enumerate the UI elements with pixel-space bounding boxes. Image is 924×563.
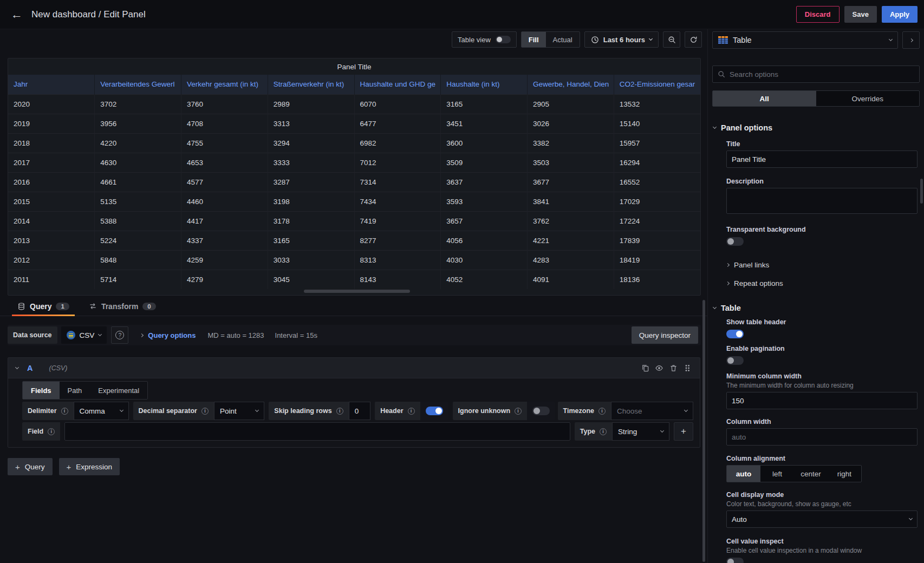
- tab-experimental[interactable]: Experimental: [90, 382, 147, 399]
- search-options-box[interactable]: [712, 66, 920, 83]
- column-header[interactable]: Haushalte (in kt): [441, 75, 528, 94]
- panel-links-row[interactable]: Panel links: [726, 258, 918, 272]
- chevron-down-icon: [713, 305, 717, 309]
- alignment-center[interactable]: center: [794, 466, 828, 482]
- column-header[interactable]: Verkehr gesamt (in kt): [181, 75, 268, 94]
- table-cell: 3313: [268, 114, 354, 133]
- description-input[interactable]: [726, 188, 918, 214]
- editor-tabs: Query 1 Transform 0: [0, 297, 707, 316]
- skip-leading-rows-input[interactable]: 0: [349, 402, 371, 420]
- table-cell: 3287: [268, 172, 354, 192]
- alignment-right[interactable]: right: [828, 466, 861, 482]
- chevron-down-icon: [649, 37, 653, 41]
- type-select[interactable]: String: [612, 422, 669, 441]
- options-sidebar: Table All Overrides Panel options Title: [707, 29, 924, 563]
- chevron-right-icon: [909, 38, 913, 42]
- duplicate-query-button[interactable]: [638, 361, 652, 375]
- panel-toolbar: Table view Fill Actual Last 6 hours: [0, 31, 702, 48]
- table-view-toggle-group[interactable]: Table view: [452, 31, 517, 48]
- column-header[interactable]: Gewerbe, Handel, Dien: [528, 75, 614, 94]
- alignment-auto[interactable]: auto: [727, 466, 760, 482]
- timezone-select[interactable]: Choose: [611, 402, 693, 420]
- tab-fields[interactable]: Fields: [23, 382, 60, 399]
- tab-transform[interactable]: Transform 0: [83, 297, 161, 316]
- cell-display-mode-select[interactable]: Auto: [726, 510, 918, 528]
- viz-picker[interactable]: Table: [712, 31, 898, 49]
- interval-info: Interval = 15s: [275, 331, 317, 339]
- main-scrollbar[interactable]: [702, 300, 705, 562]
- transparent-background-label: Transparent background: [726, 226, 918, 233]
- min-column-width-input[interactable]: 150: [726, 392, 918, 409]
- add-field-button[interactable]: +: [674, 422, 693, 441]
- panel-title-input[interactable]: Panel Title: [726, 150, 918, 168]
- tab-all[interactable]: All: [713, 91, 816, 106]
- zoom-out-button[interactable]: [663, 31, 680, 48]
- column-header[interactable]: Haushalte und GHD ge: [354, 75, 441, 94]
- add-expression-button[interactable]: +Expression: [59, 458, 120, 475]
- cell-value-inspect-switch[interactable]: [726, 558, 744, 563]
- query-inspector-button[interactable]: Query inspector: [632, 326, 698, 344]
- enable-pagination-switch[interactable]: [726, 356, 744, 365]
- save-button[interactable]: Save: [844, 6, 877, 23]
- query-editor-header[interactable]: A (CSV): [8, 358, 700, 378]
- table-cell: 3762: [528, 211, 614, 231]
- hide-query-button[interactable]: [652, 361, 666, 375]
- delimiter-select[interactable]: Comma: [74, 402, 129, 420]
- ignore-unknown-switch[interactable]: [532, 407, 550, 415]
- tab-query[interactable]: Query 1: [12, 297, 75, 316]
- discard-button[interactable]: Discard: [796, 6, 840, 23]
- column-header[interactable]: Jahr: [8, 75, 95, 94]
- transparent-background-switch[interactable]: [726, 237, 744, 246]
- refresh-button[interactable]: [685, 31, 702, 48]
- tab-path[interactable]: Path: [60, 382, 90, 399]
- back-button[interactable]: ←: [8, 5, 26, 24]
- csv-editor-tabs: Fields Path Experimental: [22, 381, 148, 400]
- table-cell: 6070: [354, 94, 441, 114]
- table-cell: 17839: [614, 231, 700, 250]
- chevron-down-icon: [713, 125, 717, 129]
- horizontal-scrollbar[interactable]: [304, 290, 410, 293]
- datasource-picker[interactable]: CSV: [61, 326, 107, 344]
- table-cell: 2989: [268, 94, 354, 114]
- time-range-picker[interactable]: Last 6 hours: [584, 31, 659, 48]
- actual-option[interactable]: Actual: [546, 32, 580, 47]
- table-cell: 2018: [8, 133, 95, 153]
- fill-option[interactable]: Fill: [522, 32, 546, 47]
- search-options-input[interactable]: [730, 70, 914, 78]
- table-row: 201258484259303383134030428318419: [8, 250, 700, 270]
- table-options-header[interactable]: Table: [708, 302, 924, 314]
- column-header[interactable]: Straßenverkehr (in kt): [268, 75, 354, 94]
- add-query-button[interactable]: +Query: [8, 458, 53, 475]
- min-column-width-label: Minimum column width: [726, 372, 918, 380]
- chevron-down-icon: [660, 429, 664, 433]
- query-options-link[interactable]: Query options: [148, 331, 196, 339]
- decimal-separator-select[interactable]: Point: [214, 402, 264, 420]
- table-cell: 2014: [8, 211, 95, 231]
- apply-button[interactable]: Apply: [882, 6, 918, 23]
- delete-query-button[interactable]: [666, 361, 680, 375]
- viz-picker-row: Table: [708, 31, 924, 49]
- panel-title[interactable]: Panel Title: [8, 58, 700, 75]
- table-view-switch[interactable]: [496, 36, 511, 43]
- header-switch[interactable]: [426, 407, 443, 415]
- tab-overrides[interactable]: Overrides: [816, 91, 920, 106]
- panel-options-header[interactable]: Panel options: [708, 122, 924, 134]
- repeat-options-row[interactable]: Repeat options: [726, 276, 918, 290]
- chevron-down-icon: [889, 37, 893, 41]
- drag-handle-icon[interactable]: [680, 361, 694, 375]
- options-scrollbar[interactable]: [920, 179, 923, 204]
- column-header[interactable]: Verarbeitendes Gewerl: [95, 75, 181, 94]
- show-table-header-switch[interactable]: [726, 330, 744, 338]
- collapse-options-button[interactable]: [902, 31, 920, 49]
- table-cell: 8143: [354, 270, 441, 289]
- table-cell: 16294: [614, 153, 700, 172]
- datasource-help-button[interactable]: ?: [111, 326, 128, 344]
- table-cell: 3600: [441, 133, 528, 153]
- table-cell: 4337: [181, 231, 268, 250]
- table-cell: 3451: [441, 114, 528, 133]
- field-input[interactable]: [64, 422, 570, 441]
- column-header[interactable]: CO2-Emissionen gesar: [614, 75, 700, 94]
- column-width-input[interactable]: auto: [726, 428, 918, 446]
- title-label: Title: [726, 140, 918, 148]
- alignment-left[interactable]: left: [760, 466, 794, 482]
